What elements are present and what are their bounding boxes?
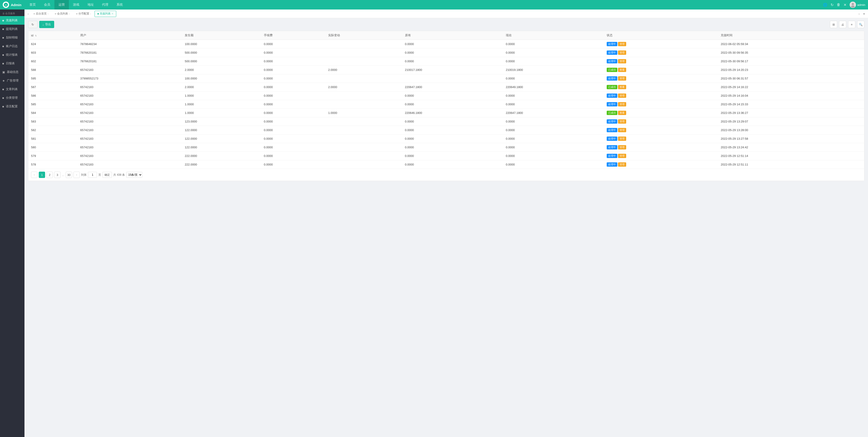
column-settings-icon[interactable]: ≡ <box>848 21 855 28</box>
tab-member-list[interactable]: 会员列表 › <box>52 11 73 17</box>
sidebar-item-lang-config[interactable]: ■ 语言配置 <box>0 102 25 111</box>
cell-fee: 0.0000 <box>261 40 326 48</box>
sidebar-item-article-list[interactable]: ■ 文章列表 <box>0 85 25 94</box>
account-log-icon: ■ <box>2 44 4 48</box>
cell-current: 0.0000 <box>503 40 604 48</box>
search-icon[interactable]: 🔍 <box>857 21 864 28</box>
goto-page-input[interactable] <box>88 172 97 178</box>
status-badge[interactable]: 已成功 <box>607 68 617 72</box>
status-badge[interactable]: 已成功 <box>607 85 617 89</box>
globe-icon[interactable]: 🌐 <box>823 3 828 7</box>
user-area[interactable]: admin <box>850 2 865 8</box>
cell-current: 0.0000 <box>503 57 604 66</box>
status-badge[interactable]: 管理 <box>618 59 626 63</box>
cell-amount: 122.0000 <box>182 126 261 134</box>
export-button[interactable]: ↓ 导出 <box>39 21 54 28</box>
goto-confirm-button[interactable]: 确定 <box>102 172 112 178</box>
cell-original: 0.0000 <box>402 57 503 66</box>
status-badge[interactable]: 管理 <box>618 51 626 55</box>
cell-status: 处理中管理 <box>604 92 718 100</box>
sidebar-item-withdrawal-list[interactable]: ■ 提现列表 <box>0 25 25 33</box>
refresh-button[interactable]: ↻ <box>28 21 37 28</box>
status-badge[interactable]: 处理中 <box>607 42 617 46</box>
cell-recharge-time: 2022-05-30 09:56:35 <box>718 48 864 57</box>
status-badge[interactable]: 处理中 <box>607 59 617 63</box>
sidebar-item-withdrawal-label: 提现列表 <box>6 27 18 31</box>
status-badge[interactable]: 管理 <box>618 154 626 158</box>
status-badge[interactable]: 管理 <box>618 102 626 106</box>
status-badge[interactable]: 管理 <box>618 145 626 149</box>
tab-backend-home[interactable]: 后台首页 › <box>31 11 52 17</box>
status-badge[interactable]: 处理中 <box>607 154 617 158</box>
tab-left-arrow[interactable]: ‹ <box>26 12 30 15</box>
sidebar-item-basic-info[interactable]: ▣ 基础信息 <box>0 68 25 76</box>
tab-recharge-list[interactable]: 充值列表 ✕ <box>94 11 116 17</box>
cell-actual-change <box>326 160 402 169</box>
nav-item-home[interactable]: 首页 <box>25 0 40 9</box>
cell-id: 602 <box>28 57 78 66</box>
nav-item-member[interactable]: 会员 <box>40 0 54 9</box>
pagination-next[interactable]: › <box>73 172 80 178</box>
page-size-select[interactable]: 15条/页 10条/页 20条/页 50条/页 <box>126 172 142 178</box>
table-body: 624 7878648234 100.0000 0.0000 0.0000 0.… <box>28 40 864 169</box>
col-current: 现在 <box>503 31 604 40</box>
cell-actual-change: 2.0000 <box>326 83 402 92</box>
status-badge[interactable]: 管理 <box>618 42 626 46</box>
tab-right-arrow[interactable]: › <box>857 12 861 15</box>
sidebar-item-transfer-detail[interactable]: ■ 划转明细 <box>0 33 25 42</box>
nav-item-agent[interactable]: 代理 <box>98 0 113 9</box>
status-badge[interactable]: 处理中 <box>607 128 617 132</box>
cell-actual-change <box>326 143 402 152</box>
status-badge[interactable]: 处理中 <box>607 76 617 80</box>
tab-down-arrow[interactable]: ▾ <box>862 12 866 15</box>
page-btn-30[interactable]: 30 <box>66 172 72 178</box>
table-view-icon[interactable]: ⊞ <box>830 21 837 28</box>
close-icon[interactable]: ✕ <box>843 3 846 7</box>
status-badge[interactable]: 查看 <box>618 111 626 115</box>
sidebar-item-ad-mgmt[interactable]: ★ 广告管理 <box>0 76 25 85</box>
status-badge[interactable]: 处理中 <box>607 162 617 167</box>
pagination-prev[interactable]: ‹ <box>31 172 37 178</box>
status-badge[interactable]: 处理中 <box>607 119 617 124</box>
status-badge[interactable]: 处理中 <box>607 94 617 98</box>
sidebar-item-recharge-list[interactable]: ■ 充值列表 <box>0 16 25 25</box>
status-badge[interactable]: 处理中 <box>607 102 617 106</box>
page-btn-3[interactable]: 3 <box>54 172 61 178</box>
page-btn-1[interactable]: 1 <box>39 172 45 178</box>
sidebar-item-daily-table[interactable]: ■ 日报表 <box>0 59 25 68</box>
nav-item-address[interactable]: 地址 <box>84 0 98 9</box>
sort-icon-id[interactable]: ⇅ <box>35 34 37 37</box>
cell-fee: 0.0000 <box>261 109 326 117</box>
delete-icon[interactable]: 🗑 <box>837 3 840 7</box>
status-badge[interactable]: 管理 <box>618 162 626 167</box>
tab-dot <box>34 13 35 14</box>
status-badge[interactable]: 已成功 <box>607 111 617 115</box>
nav-item-games[interactable]: 游戏 <box>69 0 84 9</box>
sidebar-item-ad-label: 广告管理 <box>7 78 19 82</box>
tab-split-config[interactable]: 分币配置 › <box>73 11 94 17</box>
status-badge[interactable]: 管理 <box>618 76 626 80</box>
tab-close-icon[interactable]: ✕ <box>112 12 113 15</box>
sidebar-item-account-log[interactable]: ■ 账户日志 <box>0 42 25 51</box>
status-badge[interactable]: 查看 <box>618 68 626 72</box>
status-badge[interactable]: 查看 <box>618 85 626 89</box>
cell-user: 65742183 <box>78 109 182 117</box>
cell-actual-change <box>326 74 402 83</box>
refresh-icon[interactable]: ↻ <box>831 3 834 7</box>
status-badge[interactable]: 管理 <box>618 94 626 98</box>
page-btn-2[interactable]: 2 <box>46 172 53 178</box>
status-badge[interactable]: 管理 <box>618 119 626 124</box>
print-icon[interactable]: 🖨 <box>839 21 846 28</box>
nav-item-system[interactable]: 系统 <box>113 0 127 9</box>
sidebar-item-stat-table[interactable]: ■ 统计报表 <box>0 51 25 59</box>
status-badge[interactable]: 处理中 <box>607 145 617 149</box>
export-down-icon: ↓ <box>42 23 44 26</box>
cell-recharge-time: 2022-05-30 06:31:57 <box>718 74 864 83</box>
status-badge[interactable]: 管理 <box>618 137 626 141</box>
status-badge[interactable]: 处理中 <box>607 137 617 141</box>
status-badge[interactable]: 处理中 <box>607 51 617 55</box>
sidebar-item-category-mgmt[interactable]: ■ 分类管理 <box>0 94 25 102</box>
status-badge[interactable]: 管理 <box>618 128 626 132</box>
nav-item-operations[interactable]: 运营 <box>54 0 69 9</box>
cell-user: 65742183 <box>78 152 182 160</box>
